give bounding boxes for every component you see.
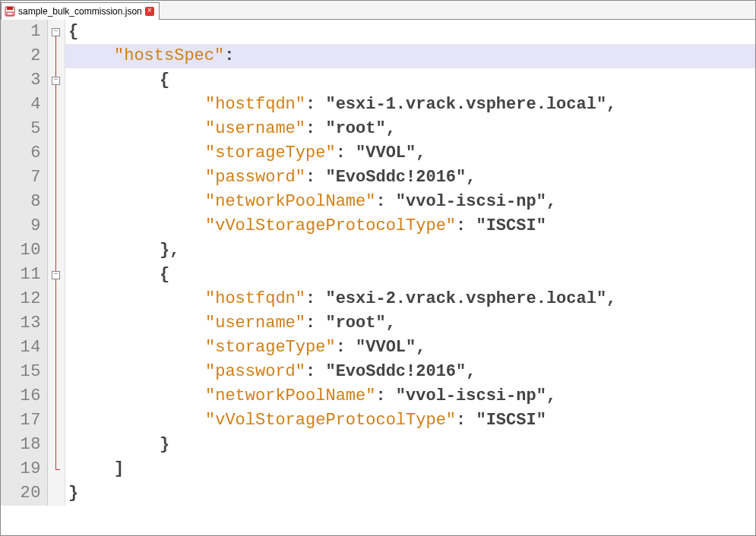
line-number: 11 [1,263,48,287]
line-number: 20 [1,481,48,506]
line-number: 3 [1,68,48,93]
fold-gutter [48,457,65,481]
line-number: 18 [1,433,48,457]
line-number: 9 [1,214,48,238]
code-content: "networkPoolName": "vvol-iscsi-np", [65,384,755,408]
fold-gutter [48,117,65,141]
fold-gutter [48,311,65,336]
line-number: 1 [1,20,48,44]
code-line[interactable]: 12"hostfqdn": "esxi-2.vrack.vsphere.loca… [1,287,755,311]
svg-rect-1 [7,7,13,10]
code-content: "networkPoolName": "vvol-iscsi-np", [65,190,755,214]
code-line[interactable]: 1−{ [1,20,755,44]
code-line[interactable]: 13"username": "root", [1,311,755,336]
code-line[interactable]: 19] [1,457,755,481]
line-number: 16 [1,384,48,408]
fold-gutter [48,214,65,238]
code-line[interactable]: 10}, [1,238,755,263]
code-line[interactable]: 20} [1,481,755,506]
code-content: } [65,433,755,457]
line-number: 4 [1,93,48,117]
code-content: "password": "EvoSddc!2016", [65,360,755,384]
code-line[interactable]: 6"storageType": "VVOL", [1,141,755,166]
line-number: 12 [1,287,48,311]
fold-gutter [48,481,65,506]
code-line[interactable]: 5"username": "root", [1,117,755,141]
code-content: { [65,263,755,287]
code-content: "username": "root", [65,311,755,336]
code-line[interactable]: 3−{ [1,68,755,93]
close-icon[interactable]: × [145,7,154,16]
code-line[interactable]: 18} [1,433,755,457]
code-content: "storageType": "VVOL", [65,141,755,166]
code-content: "hostfqdn": "esxi-1.vrack.vsphere.local"… [65,93,755,117]
fold-gutter [48,433,65,457]
code-content: { [65,20,755,44]
code-content: "hostsSpec": [65,44,755,68]
line-number: 7 [1,166,48,190]
fold-gutter: − [48,68,65,93]
line-number: 17 [1,408,48,433]
fold-gutter [48,287,65,311]
code-line[interactable]: 2"hostsSpec": [1,44,755,68]
code-line[interactable]: 15"password": "EvoSddc!2016", [1,360,755,384]
line-number: 15 [1,360,48,384]
line-number: 14 [1,336,48,360]
fold-gutter [48,190,65,214]
fold-gutter [48,93,65,117]
fold-toggle-icon[interactable]: − [52,77,60,85]
code-line[interactable]: 9"vVolStorageProtocolType": "ISCSI" [1,214,755,238]
line-number: 19 [1,457,48,481]
fold-gutter [48,384,65,408]
code-line[interactable]: 7"password": "EvoSddc!2016", [1,166,755,190]
fold-gutter [48,166,65,190]
fold-gutter [48,238,65,263]
fold-gutter [48,336,65,360]
code-line[interactable]: 8"networkPoolName": "vvol-iscsi-np", [1,190,755,214]
code-content: ] [65,457,755,481]
fold-toggle-icon[interactable]: − [52,271,60,279]
fold-gutter [48,44,65,68]
code-content: }, [65,238,755,263]
line-number: 2 [1,44,48,68]
fold-gutter [48,360,65,384]
code-line[interactable]: 17"vVolStorageProtocolType": "ISCSI" [1,408,755,433]
editor-window: sample_bulk_commission.json × 1−{2"hosts… [0,0,756,536]
line-number: 10 [1,238,48,263]
line-number: 13 [1,311,48,336]
code-content: "vVolStorageProtocolType": "ISCSI" [65,214,755,238]
fold-gutter [48,141,65,166]
code-content: { [65,68,755,93]
fold-gutter [48,408,65,433]
code-content: "vVolStorageProtocolType": "ISCSI" [65,408,755,433]
code-content: "password": "EvoSddc!2016", [65,166,755,190]
code-content: "storageType": "VVOL", [65,336,755,360]
save-icon [5,6,15,17]
tab-bar: sample_bulk_commission.json × [1,1,755,20]
code-content: } [65,481,755,506]
line-number: 8 [1,190,48,214]
fold-gutter: − [48,20,65,44]
tab-label: sample_bulk_commission.json [18,6,142,17]
fold-gutter: − [48,263,65,287]
file-tab[interactable]: sample_bulk_commission.json × [1,2,160,20]
code-editor[interactable]: 1−{2"hostsSpec":3−{4"hostfqdn": "esxi-1.… [1,20,755,535]
code-line[interactable]: 16"networkPoolName": "vvol-iscsi-np", [1,384,755,408]
code-content: "hostfqdn": "esxi-2.vrack.vsphere.local"… [65,287,755,311]
code-line[interactable]: 11−{ [1,263,755,287]
line-number: 5 [1,117,48,141]
code-line[interactable]: 4"hostfqdn": "esxi-1.vrack.vsphere.local… [1,93,755,117]
line-number: 6 [1,141,48,166]
code-line[interactable]: 14"storageType": "VVOL", [1,336,755,360]
code-content: "username": "root", [65,117,755,141]
